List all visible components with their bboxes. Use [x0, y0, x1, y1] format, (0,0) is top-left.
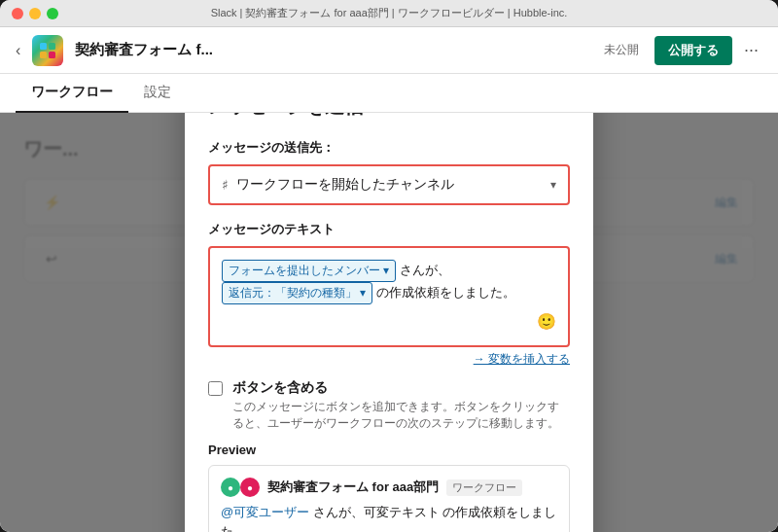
minimize-button[interactable]	[29, 8, 41, 19]
button-checkbox-row: ボタンを含める このメッセージにボタンを追加できます。ボタンをクリックすると、ユ…	[208, 379, 570, 432]
var-pill-contract-label: 返信元：「契約の種類」	[229, 284, 357, 302]
app-icon	[32, 35, 63, 66]
hash-icon: ♯	[222, 177, 229, 193]
modal-title: メッセージを送信	[208, 113, 570, 120]
avatar-red: ●	[240, 478, 260, 497]
tab-settings[interactable]: 設定	[128, 74, 187, 113]
header-right: 未公開 公開する ···	[596, 36, 762, 65]
preview-section: Preview ● ● 契約審査フォーム for aaa部門 ワークフロー	[208, 443, 570, 532]
preview-app-name: 契約審査フォーム for aaa部門	[267, 479, 439, 496]
preview-label: Preview	[208, 443, 570, 457]
svg-rect-2	[40, 52, 47, 58]
var-insert-link[interactable]: → 変数を挿入する	[208, 351, 570, 368]
checkbox-label: ボタンを含める	[232, 379, 570, 397]
message-text-content: フォームを提出したメンバー ▾ さんが、 返信元：「契約の種類」 ▾ の作成依頼…	[222, 260, 556, 304]
svg-rect-1	[49, 43, 55, 50]
close-button[interactable]	[12, 8, 23, 19]
var-pill-member[interactable]: フォームを提出したメンバー ▾	[222, 260, 396, 282]
more-button[interactable]: ···	[740, 40, 762, 60]
text-section-label: メッセージのテキスト	[208, 221, 570, 238]
main-area: ワー... ⚡ 編集 ↩ 編集 メッセージを送信 ✕ メッ	[0, 113, 778, 532]
svg-rect-0	[40, 43, 47, 50]
channel-select[interactable]: ♯ ワークフローを開始したチャンネル ▾	[208, 164, 570, 205]
checkbox-desc: このメッセージにボタンを追加できます。ボタンをクリックすると、ユーザーがワークフ…	[232, 399, 570, 432]
modal-dialog: メッセージを送信 ✕ メッセージの送信先： ♯ ワークフローを開始したチャンネル…	[185, 113, 593, 532]
tabs: ワークフロー 設定	[0, 74, 778, 113]
emoji-button[interactable]: 🙂	[537, 310, 556, 334]
var-pill-contract[interactable]: 返信元：「契約の種類」 ▾	[222, 282, 372, 304]
traffic-lights	[12, 8, 58, 19]
var-pill-member-label: フォームを提出したメンバー	[229, 262, 380, 280]
message-text-box[interactable]: フォームを提出したメンバー ▾ さんが、 返信元：「契約の種類」 ▾ の作成依頼…	[208, 246, 570, 347]
tab-workflow[interactable]: ワークフロー	[16, 74, 128, 113]
publish-button[interactable]: 公開する	[654, 36, 732, 65]
maximize-button[interactable]	[47, 8, 58, 19]
workflow-tag: ワークフロー	[446, 479, 522, 496]
svg-rect-3	[49, 52, 55, 58]
unpublished-badge: 未公開	[596, 38, 647, 62]
include-button-checkbox[interactable]	[208, 381, 223, 396]
preview-header: ● ● 契約審査フォーム for aaa部門 ワークフロー	[221, 478, 557, 497]
app-content: ‹ 契約審査フォーム f... 未公開 公開する ··· ワークフロー 設定	[0, 27, 778, 532]
emoji-row: 🙂	[222, 310, 556, 334]
to-field-label: メッセージの送信先：	[208, 139, 570, 157]
app-title: 契約審査フォーム f...	[75, 41, 213, 59]
preview-user-link: @可変ユーザー	[221, 505, 309, 519]
back-button[interactable]: ‹	[16, 42, 20, 59]
channel-option-text: ワークフローを開始したチャンネル	[236, 176, 454, 194]
app-header: ‹ 契約審査フォーム f... 未公開 公開する ···	[0, 27, 778, 74]
var-pill-chevron: ▾	[383, 262, 389, 280]
avatar-green: ●	[221, 478, 240, 497]
preview-avatars: ● ●	[221, 478, 260, 497]
titlebar: Slack | 契約審査フォーム for aaa部門 | ワークフロービルダー …	[0, 0, 778, 27]
chevron-down-icon: ▾	[550, 178, 556, 192]
preview-body: @可変ユーザー さんが、可変テキスト の作成依頼をしました。	[221, 503, 557, 532]
window-title: Slack | 契約審査フォーム for aaa部門 | ワークフロービルダー …	[211, 6, 568, 20]
var-pill-contract-chevron: ▾	[360, 284, 366, 302]
preview-card: ● ● 契約審査フォーム for aaa部門 ワークフロー @可変ユーザー さん…	[208, 465, 570, 532]
message-text-part4: の作成依頼をしました。	[376, 285, 515, 300]
checkbox-text: ボタンを含める このメッセージにボタンを追加できます。ボタンをクリックすると、ユ…	[232, 379, 570, 432]
modal-overlay: メッセージを送信 ✕ メッセージの送信先： ♯ ワークフローを開始したチャンネル…	[0, 113, 778, 532]
message-text-part2: さんが、	[400, 263, 450, 277]
channel-select-value: ♯ ワークフローを開始したチャンネル	[222, 176, 454, 194]
app-window: Slack | 契約審査フォーム for aaa部門 | ワークフロービルダー …	[0, 0, 778, 532]
